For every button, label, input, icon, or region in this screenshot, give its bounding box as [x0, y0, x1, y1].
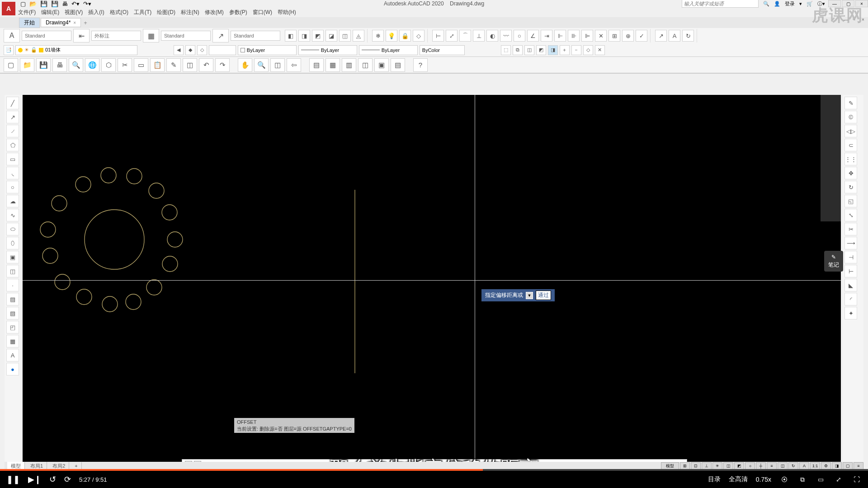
zoom-rt-icon[interactable]: 🔍: [254, 58, 269, 72]
sb-annoscale-icon[interactable]: 1:1: [810, 462, 820, 469]
text-style-icon[interactable]: A: [4, 29, 20, 42]
menu-dimension[interactable]: 标注(N): [181, 9, 199, 16]
zoom-in-icon[interactable]: ＋: [560, 45, 570, 55]
sb-cycling-icon[interactable]: ↻: [788, 462, 798, 469]
sb-dyn-icon[interactable]: ┼: [756, 462, 766, 469]
break-tool-icon[interactable]: ⊣: [844, 251, 857, 263]
zoom-win-icon[interactable]: ⬚: [501, 45, 511, 55]
stretch-tool-icon[interactable]: ⤡: [844, 209, 857, 221]
dim-inspect-icon[interactable]: ✓: [636, 30, 647, 42]
dim-jog-icon[interactable]: 〰: [500, 30, 512, 42]
gradient-tool-icon[interactable]: ▧: [6, 307, 19, 319]
new-icon[interactable]: ▢: [4, 58, 18, 72]
dim-arc-icon[interactable]: ⌒: [459, 30, 471, 42]
loop-button[interactable]: ⟳: [64, 474, 71, 484]
linecolor-select[interactable]: ByLayer: [238, 45, 297, 55]
sheet-set-icon[interactable]: ◫: [358, 58, 373, 72]
sb-otrack-icon[interactable]: ⟐: [745, 462, 755, 469]
layer-btn-6[interactable]: ◬: [353, 30, 364, 42]
speed-select[interactable]: 0.75x: [756, 476, 771, 483]
ellipse-arc-tool-icon[interactable]: ⬯: [6, 237, 19, 249]
paste-icon[interactable]: 📋: [150, 58, 165, 72]
layer-props-icon[interactable]: 📑: [4, 45, 14, 55]
spline-tool-icon[interactable]: ∿: [6, 209, 19, 221]
erase-tool-icon[interactable]: ✎: [844, 97, 857, 109]
scale-tool-icon[interactable]: ◱: [844, 195, 857, 207]
zoom-prev-icon[interactable]: ⇦: [287, 58, 301, 72]
sb-workspace-icon[interactable]: ◨: [832, 462, 842, 469]
table-tool-icon[interactable]: ▦: [6, 335, 19, 347]
plotstyle-select[interactable]: ByColor: [420, 45, 465, 55]
pan-icon[interactable]: ✋: [238, 58, 252, 72]
tab-close-icon[interactable]: ×: [73, 20, 76, 25]
dim-update-icon[interactable]: ↗: [655, 30, 667, 42]
sb-custom-icon[interactable]: ≡: [854, 462, 863, 469]
dim-aligned-icon[interactable]: ⤢: [446, 30, 458, 42]
block-btn-1[interactable]: ❄: [372, 30, 384, 42]
design-center-icon[interactable]: ▦: [326, 58, 340, 72]
table-style-icon[interactable]: ▦: [143, 29, 159, 42]
mleader-style-select[interactable]: Standard: [231, 31, 280, 41]
drawing-viewport[interactable]: 指定偏移距离或 ▼ 通过 OFFSET 当前设置: 删除源=否 图层=源 OFF…: [23, 95, 841, 463]
dim-style-select[interactable]: 外标注: [91, 31, 141, 41]
menu-tools[interactable]: 工具(T): [134, 9, 151, 16]
zoom-ext-icon[interactable]: ✕: [595, 45, 605, 55]
menu-format[interactable]: 格式(O): [110, 9, 128, 16]
move-tool-icon[interactable]: ✥: [844, 167, 857, 179]
menu-view[interactable]: 视图(V): [65, 9, 83, 16]
chamfer-tool-icon[interactable]: ◣: [844, 279, 857, 291]
sb-gear-icon[interactable]: ⚙: [821, 462, 831, 469]
layer-btn-5[interactable]: ◫: [339, 30, 351, 42]
danmu-icon[interactable]: ⦿: [779, 474, 789, 484]
sb-transp-icon[interactable]: ◫: [778, 462, 788, 469]
dyninput-dropdown-icon[interactable]: ▼: [526, 292, 533, 299]
menu-edit[interactable]: 编辑(E): [41, 9, 59, 16]
sb-polar-icon[interactable]: ✳: [712, 462, 722, 469]
region-tool-icon[interactable]: ◰: [6, 321, 19, 333]
menu-window[interactable]: 窗口(W): [253, 9, 272, 16]
qa-open-icon[interactable]: 📂: [29, 0, 37, 7]
rewind-button[interactable]: ↺: [49, 474, 56, 484]
lineweight-select[interactable]: ByLayer: [359, 45, 418, 55]
layer-btn-1[interactable]: ◧: [285, 30, 297, 42]
dim-break-icon[interactable]: ✕: [595, 30, 607, 42]
pip-icon[interactable]: ⧉: [797, 474, 807, 484]
zoom-dyn-icon[interactable]: ⧉: [513, 45, 523, 55]
table-style-select[interactable]: Standard: [161, 31, 211, 41]
menu-insert[interactable]: 插入(I): [88, 9, 104, 16]
dim-ordinate-icon[interactable]: ⊥: [473, 30, 485, 42]
search-icon[interactable]: 🔍: [763, 1, 769, 7]
tab-start[interactable]: 开始: [19, 18, 40, 28]
qa-new-icon[interactable]: ▢: [20, 0, 26, 7]
sb-ortho-icon[interactable]: ⊥: [702, 462, 712, 469]
ellipse-tool-icon[interactable]: ⬭: [6, 223, 19, 235]
wide-icon[interactable]: ⤢: [834, 474, 844, 484]
theater-icon[interactable]: ▭: [816, 474, 826, 484]
menu-button[interactable]: 目录: [708, 475, 721, 483]
dim-diameter-icon[interactable]: ○: [514, 30, 525, 42]
zoom-scale-icon[interactable]: ◫: [524, 45, 534, 55]
qa-redo-icon[interactable]: ↷▾: [83, 0, 91, 7]
qa-save-icon[interactable]: 💾: [40, 0, 47, 7]
dim-baseline-icon[interactable]: ⊩: [554, 30, 566, 42]
sb-annomon-icon[interactable]: A: [799, 462, 809, 469]
help-icon-2[interactable]: ?: [413, 58, 428, 72]
plot-preview-icon[interactable]: 🔍: [69, 58, 83, 72]
layer-btn-2[interactable]: ◨: [298, 30, 310, 42]
zoom-obj-icon[interactable]: ◨: [548, 45, 558, 55]
plot-icon[interactable]: 🖶: [52, 58, 67, 72]
tab-add-button[interactable]: +: [84, 19, 87, 26]
rotate-tool-icon[interactable]: ↻: [844, 181, 857, 193]
quick-calc-icon[interactable]: ▤: [391, 58, 405, 72]
zoom-all-icon[interactable]: ◇: [583, 45, 593, 55]
app-logo[interactable]: A: [2, 2, 15, 15]
circle-tool-icon[interactable]: ○: [6, 181, 19, 193]
zoom-window-icon[interactable]: ◫: [270, 58, 285, 72]
layer-btn-3[interactable]: ◩: [312, 30, 324, 42]
array-tool-icon[interactable]: ⋮⋮: [844, 153, 857, 165]
open-icon[interactable]: 📁: [20, 58, 34, 72]
layer-state-icon[interactable]: ◆: [185, 45, 195, 55]
menu-draw[interactable]: 绘图(D): [157, 9, 175, 16]
revcloud-tool-icon[interactable]: ☁: [6, 195, 19, 207]
dim-radius-icon[interactable]: ◐: [486, 30, 498, 42]
